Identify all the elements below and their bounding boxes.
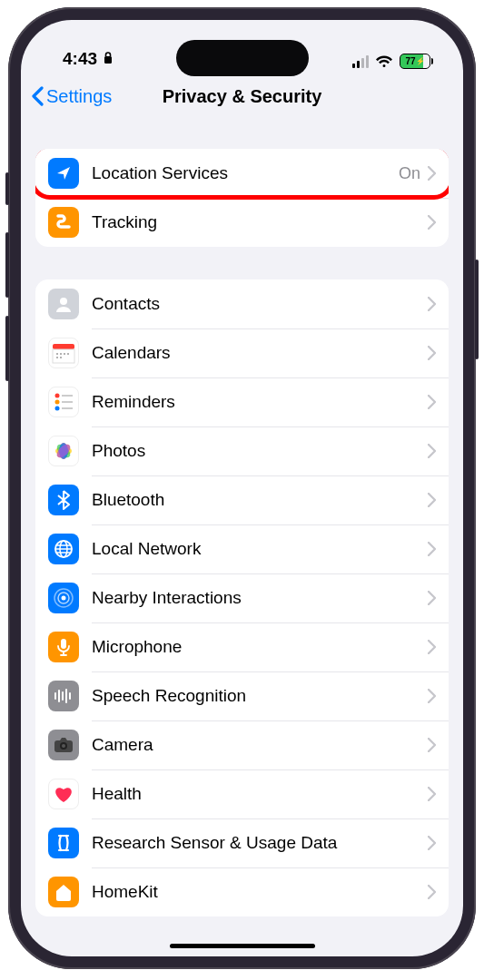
row-label: Photos (92, 441, 428, 461)
row-label: Research Sensor & Usage Data (92, 833, 428, 853)
row-label: Bluetooth (92, 490, 428, 510)
row-homekit[interactable]: HomeKit (35, 867, 449, 916)
row-label: Speech Recognition (92, 686, 428, 706)
row-contacts[interactable]: Contacts (35, 279, 449, 328)
svg-rect-15 (62, 407, 73, 409)
battery-icon: 77⚡ (400, 54, 430, 69)
svg-point-9 (60, 357, 62, 358)
research-icon (48, 828, 79, 858)
svg-point-6 (64, 353, 65, 355)
svg-point-11 (55, 400, 60, 405)
row-photos[interactable]: Photos (35, 426, 449, 475)
row-label: Health (92, 784, 428, 804)
svg-rect-2 (53, 344, 74, 349)
svg-point-10 (55, 394, 60, 398)
nav-bar: Settings Privacy & Security (21, 71, 463, 122)
svg-point-29 (62, 596, 66, 601)
phone-frame: 4:43 77⚡ Settings Privacy & Sec (8, 7, 476, 969)
svg-rect-3 (53, 349, 74, 363)
row-label: HomeKit (92, 882, 428, 902)
row-reminders[interactable]: Reminders (35, 377, 449, 426)
chevron-right-icon (428, 640, 436, 654)
row-nearby-interactions[interactable]: Nearby Interactions (35, 573, 449, 622)
camera-icon (48, 730, 79, 760)
row-label: Microphone (92, 637, 428, 657)
row-research[interactable]: Research Sensor & Usage Data (35, 818, 449, 867)
svg-point-7 (67, 353, 69, 355)
chevron-right-icon (428, 297, 436, 311)
back-label: Settings (46, 86, 112, 107)
chevron-right-icon (428, 591, 436, 605)
svg-rect-30 (61, 639, 66, 649)
row-label: Nearby Interactions (92, 588, 428, 608)
chevron-right-icon (428, 493, 436, 507)
row-label: Location Services (92, 163, 399, 183)
row-value: On (399, 164, 420, 183)
row-label: Reminders (92, 392, 428, 412)
settings-group-1: Location Services On Tracking (35, 149, 449, 247)
row-health[interactable]: Health (35, 769, 449, 818)
row-camera[interactable]: Camera (35, 720, 449, 769)
homekit-icon (48, 877, 79, 907)
row-label: Contacts (92, 294, 428, 314)
svg-point-1 (60, 298, 67, 305)
row-label: Local Network (92, 539, 428, 559)
chevron-right-icon (428, 689, 436, 703)
row-speech-recognition[interactable]: Speech Recognition (35, 671, 449, 720)
svg-point-38 (62, 744, 65, 748)
svg-point-12 (55, 407, 60, 411)
microphone-icon (48, 632, 79, 662)
cellular-icon (352, 55, 369, 68)
row-local-network[interactable]: Local Network (35, 524, 449, 573)
chevron-right-icon (428, 836, 436, 850)
photos-icon (48, 436, 79, 466)
contacts-icon (48, 289, 79, 319)
chevron-right-icon (428, 542, 436, 556)
chevron-right-icon (428, 215, 436, 230)
page-title: Privacy & Security (163, 86, 322, 107)
svg-point-8 (56, 357, 58, 358)
chevron-right-icon (428, 787, 436, 801)
bluetooth-icon (48, 485, 79, 515)
tracking-icon (48, 207, 79, 238)
chevron-right-icon (428, 738, 436, 752)
chevron-right-icon (428, 885, 436, 899)
volume-up (5, 232, 9, 298)
svg-point-4 (56, 353, 58, 355)
chevron-right-icon (428, 395, 436, 409)
chevron-right-icon (428, 346, 436, 360)
settings-group-2: Contacts Calendars Reminders (35, 279, 449, 916)
row-tracking[interactable]: Tracking (35, 198, 449, 247)
svg-rect-14 (62, 401, 73, 403)
reminders-icon (48, 387, 79, 417)
orientation-lock-icon (103, 49, 114, 69)
back-button[interactable]: Settings (30, 86, 112, 107)
row-microphone[interactable]: Microphone (35, 622, 449, 671)
row-label: Camera (92, 735, 428, 755)
row-calendars[interactable]: Calendars (35, 328, 449, 377)
content: Location Services On Tracking (21, 122, 463, 938)
health-icon (48, 779, 79, 809)
chevron-left-icon (30, 86, 44, 106)
speech-icon (48, 681, 79, 711)
row-location-services[interactable]: Location Services On (35, 149, 449, 198)
row-bluetooth[interactable]: Bluetooth (35, 475, 449, 524)
status-time: 4:43 (63, 49, 97, 69)
home-indicator[interactable] (170, 944, 315, 948)
local-network-icon (48, 534, 79, 564)
svg-rect-13 (62, 395, 73, 397)
location-arrow-icon (48, 158, 79, 189)
row-label: Calendars (92, 343, 428, 363)
screen: 4:43 77⚡ Settings Privacy & Sec (21, 20, 463, 956)
chevron-right-icon (428, 166, 436, 181)
row-label: Tracking (92, 212, 428, 232)
wifi-icon (375, 55, 393, 68)
svg-rect-0 (104, 56, 112, 64)
silence-switch (5, 172, 9, 205)
volume-down (5, 316, 9, 381)
battery-pct: 77 (405, 56, 415, 66)
dynamic-island (176, 40, 309, 76)
calendar-icon (48, 338, 79, 368)
nearby-icon (48, 583, 79, 613)
power-button (475, 260, 479, 359)
